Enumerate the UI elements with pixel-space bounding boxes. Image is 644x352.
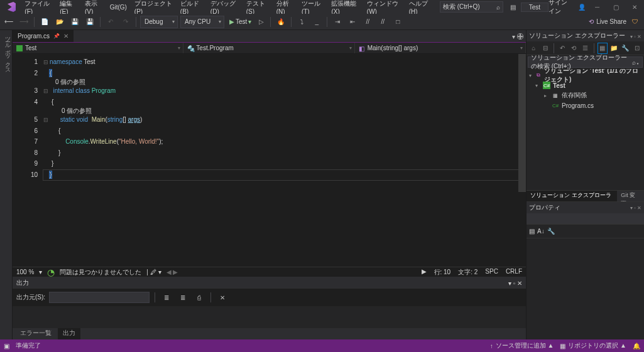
- account-icon[interactable]: 👤: [578, 4, 586, 11]
- props-toolbar: ▤ A↓ 🔧: [527, 225, 644, 238]
- indent-icon[interactable]: ⇥: [331, 16, 344, 28]
- categorize-icon[interactable]: ▤: [529, 228, 535, 235]
- toggle-wrap-icon[interactable]: ≣: [177, 291, 189, 304]
- pin-panel-icon[interactable]: ▾ ▫ ✕: [508, 280, 522, 287]
- uncomment-icon[interactable]: //: [376, 16, 389, 28]
- solution-search-input[interactable]: ソリューション エクスプローラー の検索 (Ctrl+;)⌕▾: [528, 56, 643, 68]
- hot-reload-icon[interactable]: 🔥: [275, 16, 287, 28]
- menu-bar: ファイル(F) 編集(E) 表示(V) Git(G) プロジェクト(P) ビルド…: [0, 0, 644, 14]
- properties-icon[interactable]: 🔧: [621, 43, 630, 53]
- save-icon[interactable]: 💾: [68, 16, 81, 28]
- output-title: 出力: [16, 279, 29, 287]
- main-toolbar: ⟵ ⟶ 📄 📂 💾 💾 ↶ ↷ Debug Any CPU ▶ Test ▾ ▷…: [0, 14, 644, 30]
- tab-git-changes[interactable]: Git 変更: [617, 191, 644, 201]
- home-icon[interactable]: ⌂: [529, 43, 538, 53]
- props-object-combo[interactable]: [527, 213, 644, 225]
- add-to-source-control[interactable]: ↑ ソース管理に追加 ▲: [490, 341, 554, 350]
- clear-output-icon[interactable]: ≣: [160, 291, 173, 304]
- tab-program-cs[interactable]: Program.cs 📌 ✕: [13, 30, 74, 42]
- zoom-level[interactable]: 100 %: [16, 269, 34, 275]
- properties-grid[interactable]: [527, 238, 644, 339]
- back-icon[interactable]: ↶: [558, 43, 567, 53]
- collapse-icon[interactable]: ⊟: [540, 43, 549, 53]
- nav-class[interactable]: 🔩Test.Program: [183, 43, 354, 53]
- insert-mode[interactable]: SPC: [485, 268, 498, 277]
- tree-deps[interactable]: ▸▦依存関係: [527, 90, 644, 100]
- clear-all-icon[interactable]: ✕: [216, 291, 229, 304]
- nav-bar: Test 🔩Test.Program ◧Main(string[] args): [13, 43, 526, 54]
- output-window-icon[interactable]: ▣: [4, 343, 9, 349]
- close-button[interactable]: ✕: [628, 1, 641, 13]
- admin-icon[interactable]: 🛡: [629, 16, 641, 28]
- output-source-combo[interactable]: [49, 292, 150, 303]
- liveshare-label: Live Share: [596, 18, 626, 25]
- alphabetical-icon[interactable]: A↓: [537, 228, 545, 235]
- solution-tree[interactable]: ▾⧉ソリューション 'Test' (1/1 のプロジェクト) ▾C#Test ▸…: [527, 69, 644, 190]
- tab-solution-explorer[interactable]: ソリューション エクスプローラー: [527, 191, 617, 201]
- platform-combo[interactable]: Any CPU: [180, 16, 224, 28]
- comment-icon[interactable]: //: [361, 16, 374, 28]
- tab-output[interactable]: 出力: [58, 328, 80, 339]
- fold-icon[interactable]: ⊟: [43, 115, 48, 126]
- sync-icon[interactable]: ⟲: [569, 43, 578, 53]
- right-tabs: ソリューション エクスプローラー Git 変更: [527, 190, 644, 201]
- code-content[interactable]: ⊟namespace Test { 0 個の参照 ⊟ internal clas…: [43, 54, 526, 267]
- tab-label: Program.cs: [18, 33, 50, 40]
- pin-icon[interactable]: ▾ ▫ ✕: [630, 34, 641, 40]
- showall-icon[interactable]: 📁: [609, 43, 618, 53]
- scrollbar[interactable]: [518, 54, 526, 192]
- char-indicator[interactable]: 文字: 2: [458, 268, 478, 277]
- tree-program-cs[interactable]: C#Program.cs: [527, 100, 644, 110]
- outdent-icon[interactable]: ⇤: [346, 16, 359, 28]
- maximize-button[interactable]: ▢: [609, 1, 623, 13]
- run-label: Test: [236, 18, 247, 25]
- preview-icon[interactable]: ⊡: [633, 43, 641, 53]
- step-icon[interactable]: ⤵: [295, 16, 308, 28]
- nav-fwd-icon[interactable]: ⟶: [18, 16, 30, 28]
- menu-git[interactable]: Git(G): [106, 2, 131, 13]
- global-search-input[interactable]: 検索 (Ctrl+Q) ⌕: [440, 1, 503, 13]
- solution-name-button[interactable]: Test: [521, 3, 548, 12]
- redo-icon[interactable]: ↷: [119, 16, 132, 28]
- output-text[interactable]: [13, 306, 526, 328]
- config-combo[interactable]: Debug: [140, 16, 178, 28]
- code-editor[interactable]: 1 2 3 4 5 6 7 8 9 10 ⊟namespace Test { 0…: [13, 54, 526, 267]
- breakpoint-icon[interactable]: _: [310, 16, 323, 28]
- eol-mode[interactable]: CRLF: [506, 268, 522, 277]
- output-panel: 出力 ▾ ▫ ✕ 出力元(S): ≣ ≣ ⎙ ✕ エラー一覧 出力: [13, 277, 526, 339]
- tree-solution-rootননন[interactable]: ▾⧉ソリューション 'Test' (1/1 のプロジェクト): [527, 70, 644, 80]
- pin-icon[interactable]: 📌: [53, 33, 60, 39]
- side-toolbox-tabs[interactable]: ツールボックス: [0, 30, 13, 339]
- save-all-icon[interactable]: 💾: [84, 16, 96, 28]
- fold-icon[interactable]: ⊟: [43, 57, 48, 68]
- close-tab-icon[interactable]: ✕: [63, 33, 68, 40]
- nav-back-icon[interactable]: ⟵: [3, 16, 15, 28]
- main-area: ツールボックス Program.cs 📌 ✕ ▾ 🕀 Test 🔩Test.Pr…: [0, 30, 644, 339]
- pin-icon[interactable]: ▾ ▫ ✕: [630, 205, 641, 211]
- start-debug-button[interactable]: ▶ Test ▾: [227, 18, 254, 25]
- prop-pages-icon[interactable]: 🔧: [547, 228, 555, 235]
- output-from-label: 出力元(S):: [16, 293, 45, 302]
- notifications-icon[interactable]: 🔔: [633, 343, 640, 349]
- liveshare-button[interactable]: ⟲ Live Share: [589, 18, 626, 25]
- start-nodebug-button[interactable]: ▷: [256, 18, 266, 25]
- deps-icon: ▦: [552, 92, 559, 99]
- group-icon[interactable]: ☰: [581, 43, 589, 53]
- nav-method[interactable]: ◧Main(string[] args): [355, 43, 526, 53]
- tab-error-list[interactable]: エラー一覧: [15, 328, 57, 339]
- filter-icon[interactable]: ▦: [598, 43, 607, 53]
- select-repo[interactable]: ▦ リポジトリの選択 ▲: [560, 341, 626, 350]
- fold-icon[interactable]: ⊟: [43, 86, 48, 97]
- bookmark-icon[interactable]: □: [391, 16, 404, 28]
- minimize-button[interactable]: ─: [591, 1, 604, 13]
- open-icon[interactable]: 📂: [53, 16, 66, 28]
- tab-overflow-icon[interactable]: ▾ 🕀: [510, 30, 526, 43]
- output-find-icon[interactable]: ⎙: [193, 291, 205, 304]
- vs-logo-icon: [8, 2, 16, 12]
- nav-project[interactable]: Test: [13, 43, 183, 53]
- line-indicator[interactable]: 行: 10: [434, 268, 451, 277]
- new-file-icon[interactable]: 📄: [38, 16, 51, 28]
- preview-icon[interactable]: ▤: [508, 1, 518, 13]
- undo-icon[interactable]: ↶: [104, 16, 117, 28]
- method-icon: ◧: [359, 45, 365, 51]
